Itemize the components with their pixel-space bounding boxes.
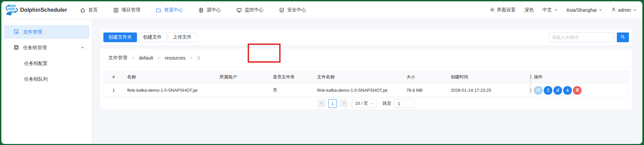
nav-label: 安全中心: [287, 7, 306, 13]
datasource-icon: [198, 7, 204, 13]
task-group-icon: [13, 45, 19, 51]
user-icon: [611, 7, 616, 13]
reupload-button[interactable]: [544, 86, 552, 95]
main-menu: 首页 项目管理 资源中心 源中心: [80, 7, 306, 13]
user-menu[interactable]: admin: [611, 7, 637, 13]
search-input[interactable]: [548, 32, 614, 42]
jump-to-input[interactable]: [394, 99, 415, 108]
theme-toggle[interactable]: 深色: [525, 7, 534, 13]
breadcrumb-separator: >: [190, 56, 193, 60]
language-label: 中文: [543, 7, 552, 13]
file-table: # 名称 所属租户 是否文件夹 文件名称 大小 创建时间 更 1 flink-k…: [104, 70, 629, 97]
nav-item-project[interactable]: 项目管理: [113, 7, 140, 13]
breadcrumb-separator: >: [132, 56, 134, 60]
content-area: 创建文件夹 创建文件 上传文件 文件管理 > default: [92, 19, 642, 144]
cell-create-time: 2026-01-14 17:23:25: [447, 83, 526, 97]
breadcrumb: 文件管理 > default > resources > 3: [100, 49, 632, 67]
cell-file-name: flink-kafka-demo-1.0-SNAPSHOT.jar: [313, 83, 402, 97]
pagination: 1 10 / 页 跳至: [100, 99, 632, 108]
top-navigation-bar: DolphinScheduler 首页 项目管理 资源中心: [1, 1, 642, 19]
file-search-icon: [13, 29, 19, 35]
create-folder-button[interactable]: 创建文件夹: [103, 32, 137, 42]
gear-icon: [490, 7, 495, 13]
ui-settings-label: 界面设置: [497, 7, 516, 13]
cell-tenant: [215, 83, 269, 97]
upload-file-button[interactable]: 上传文件: [168, 32, 197, 42]
sidebar-item-task-group[interactable]: 任务组管理: [4, 41, 89, 55]
app-title: DolphinScheduler: [20, 7, 67, 13]
nav-label: 首页: [88, 7, 98, 13]
sidebar-item-label: 任务组配置: [24, 61, 48, 67]
sidebar: 文件管理 任务组管理 任务组配置 任务组队列: [1, 19, 92, 144]
edit-file-icon: [536, 88, 541, 93]
cell-is-folder: 否: [269, 83, 313, 97]
column-header-name: 名称: [123, 71, 215, 83]
sidebar-item-task-group-config[interactable]: 任务组配置: [4, 57, 89, 70]
search-button[interactable]: [617, 32, 629, 42]
breadcrumb-item-tenant[interactable]: default: [139, 55, 153, 61]
monitor-icon: [236, 7, 242, 13]
row-actions: [531, 83, 628, 97]
chevron-down-icon: [633, 7, 637, 13]
nav-item-datasource[interactable]: 源中心: [198, 7, 221, 13]
language-select[interactable]: 中文: [543, 7, 558, 13]
folder-icon: [156, 7, 161, 13]
cell-size: 76.8 MB: [402, 83, 447, 97]
nav-item-resources[interactable]: 资源中心: [156, 7, 183, 13]
column-header-tenant: 所属租户: [215, 71, 269, 83]
ui-settings-button[interactable]: 界面设置: [490, 7, 516, 13]
top-right-controls: 界面设置 深色 中文 Asia/Shanghai: [490, 7, 637, 13]
home-icon: [80, 7, 86, 13]
sidebar-item-file-manage[interactable]: 文件管理: [4, 25, 89, 39]
edit-file-button[interactable]: [534, 86, 543, 95]
nav-item-home[interactable]: 首页: [80, 7, 98, 13]
chevron-down-icon: [599, 7, 602, 13]
app-window: DolphinScheduler 首页 项目管理 资源中心: [1, 1, 642, 144]
column-header-operation: 操作: [531, 71, 628, 83]
app-logo: DolphinScheduler: [5, 3, 67, 17]
rename-button[interactable]: [553, 86, 562, 95]
toolbar-card: 创建文件夹 创建文件 上传文件: [100, 29, 632, 45]
create-file-button[interactable]: 创建文件: [138, 32, 167, 42]
nav-label: 资源中心: [164, 7, 183, 13]
download-button[interactable]: [563, 86, 572, 95]
theme-toggle-label: 深色: [525, 7, 534, 13]
timezone-select[interactable]: Asia/Shanghai: [566, 7, 602, 13]
pencil-icon: [556, 88, 560, 93]
main-area: 文件管理 任务组管理 任务组配置 任务组队列 创建文件夹: [1, 19, 642, 144]
column-header-is-folder: 是否文件夹: [269, 71, 313, 83]
nav-item-monitor[interactable]: 监控中心: [236, 7, 263, 13]
nav-label: 项目管理: [121, 7, 140, 13]
column-header-create-time: 创建时间: [447, 71, 526, 83]
dolphin-logo-icon: [5, 3, 19, 17]
page-size-select[interactable]: 10 / 页: [352, 99, 377, 108]
sidebar-item-task-group-queue[interactable]: 任务组队列: [4, 72, 89, 86]
breadcrumb-item-resources[interactable]: resources: [165, 55, 185, 61]
nav-item-security[interactable]: 安全中心: [279, 7, 306, 13]
sidebar-item-label: 任务组队列: [24, 76, 48, 82]
chevron-down-icon: [554, 7, 558, 13]
trash-icon: [575, 88, 580, 93]
delete-button[interactable]: [573, 86, 582, 95]
breadcrumb-separator: >: [158, 56, 160, 60]
timezone-label: Asia/Shanghai: [566, 7, 597, 13]
breadcrumb-item-root[interactable]: 文件管理: [108, 55, 127, 61]
project-icon: [113, 7, 119, 13]
operation-column: 操作: [531, 71, 628, 97]
prev-page-button[interactable]: [317, 99, 326, 107]
upload-icon: [546, 88, 550, 93]
next-page-button[interactable]: [340, 99, 348, 107]
cell-index: 1: [104, 83, 123, 97]
chevron-down-icon: [370, 101, 373, 106]
jump-to-label: 跳至: [383, 100, 391, 106]
username-label: admin: [618, 7, 631, 13]
column-header-file-name: 文件名称: [313, 71, 402, 83]
sidebar-item-label: 文件管理: [23, 29, 85, 35]
column-header-index: #: [104, 71, 123, 83]
search-icon: [621, 34, 625, 40]
file-list-card: 文件管理 > default > resources > 3 # 名称 所属租户…: [100, 49, 632, 109]
cell-name: flink-kafka-demo-1.0-SNAPSHOT.jar: [123, 83, 215, 97]
page-number-button[interactable]: 1: [328, 99, 337, 108]
chevron-up-icon[interactable]: [81, 45, 85, 51]
sidebar-item-label: 任务组管理: [23, 45, 77, 51]
